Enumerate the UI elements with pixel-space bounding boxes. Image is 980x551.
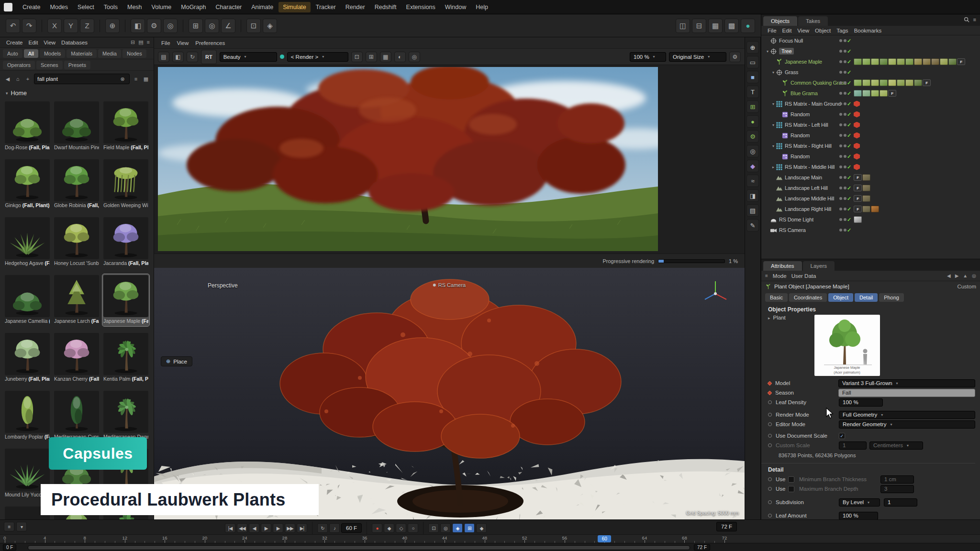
asset-item[interactable]: Mediterranean Cypres... [53,390,100,442]
visibility-dots[interactable] [839,144,846,147]
material-chip[interactable] [905,58,913,65]
asset-item[interactable]: Honey Locust 'Sunbur... [53,216,100,268]
texture-tag-chip[interactable] [871,206,879,212]
custom-scale-unit-select[interactable]: Centimeters ▾ [869,441,923,450]
rt-button[interactable]: RT [201,50,217,64]
subtab-presets[interactable]: Presets [64,61,90,69]
asset-item[interactable]: Hedgehog Agave (Fall,... [4,216,51,268]
material-chip[interactable] [888,58,896,65]
enabled-check-icon[interactable]: ✓ [847,48,851,55]
account-avatar[interactable]: ● [741,19,755,33]
field-tool-icon[interactable]: ◎ [746,145,759,157]
menu-window[interactable]: Window [441,2,470,12]
mograph-cloner-icon[interactable]: ⊞ [746,100,759,113]
filter-models[interactable]: Models [40,49,65,58]
material-chip[interactable] [940,58,948,65]
model-select[interactable]: Variant 3 Full-Grown ▾ [838,379,975,387]
custom-scale-input[interactable]: 1 [839,441,867,450]
settings-gear-icon[interactable]: ⚙ [729,52,741,62]
enabled-check-icon[interactable]: ✓ [847,90,851,97]
menu-modes[interactable]: Modes [46,2,73,12]
history-back-icon[interactable]: ◀ [947,273,951,278]
tab-phong[interactable]: Phong [879,293,904,302]
tag-chips[interactable]: F [854,195,870,202]
object-row[interactable]: Landscape Middle Hill✓F [761,193,980,204]
material-chip[interactable] [914,79,922,86]
material-chip[interactable] [862,90,870,97]
enabled-check-icon[interactable]: ✓ [847,101,851,107]
layout-2-icon[interactable]: ⊟ [692,19,706,33]
mode-menu[interactable]: Mode [773,273,787,279]
tab-basic[interactable]: Basic [765,293,788,302]
refresh-icon[interactable]: ↻ [187,52,198,62]
asset-item[interactable]: Kentia Palm (Fall, Plant) [102,332,149,384]
layout-4-icon[interactable]: ▩ [724,19,739,33]
tag-chips[interactable] [854,132,860,139]
min-branch-input[interactable]: 1 cm [880,475,914,484]
subtab-scenes[interactable]: Scenes [36,61,63,69]
redshift-tag-chip[interactable] [854,101,860,107]
ab-menu-create[interactable]: Create [4,39,25,46]
min-branch-checkbox[interactable] [788,476,794,483]
op-menu-object[interactable]: Object [813,27,833,34]
range-end-label[interactable]: 72 F [694,544,710,551]
home-icon[interactable]: ⌂ [14,76,22,82]
visibility-dots[interactable] [839,208,846,210]
snapshot-icon[interactable]: ▤ [158,52,169,62]
next-key-button[interactable]: ▶▶ [285,523,295,533]
material-chip[interactable] [854,79,862,86]
visibility-dots[interactable] [839,113,846,116]
object-row[interactable]: RS Dome Light✓ [761,214,980,225]
material-chip[interactable] [888,79,896,86]
tag-chips[interactable]: F [854,174,870,181]
texture-tag-chip[interactable] [862,174,870,181]
timeline-menu-icon[interactable]: ≡ [4,522,14,531]
asset-item[interactable]: Ginkgo (Fall, Plant) [4,158,51,210]
enabled-check-icon[interactable]: ✓ [847,206,851,212]
search-input[interactable] [37,76,119,82]
goto-start-button[interactable]: |◀ [225,523,235,533]
tab-coordinates[interactable]: Coordinates [789,293,827,302]
next-frame-button[interactable]: ▶ [273,523,283,533]
range-scrollbar[interactable] [28,545,690,550]
render-settings-icon[interactable]: ⚙ [147,19,161,33]
texture-tag-chip[interactable] [862,195,870,202]
volume-tool-icon[interactable]: ◆ [746,160,759,172]
asset-item[interactable]: Mediterranean Dwarf ... [102,390,149,442]
visibility-dots[interactable] [839,176,846,179]
constraint-button[interactable]: ⊞ [464,523,475,533]
layout-3-icon[interactable]: ▦ [708,19,723,33]
record-position-button[interactable]: ◆ [384,523,394,533]
chevron-right-icon[interactable]: ▸ [768,316,770,320]
range-start-label[interactable]: 0 F [3,544,16,551]
visibility-dots[interactable] [839,50,846,53]
fields-tag-chip[interactable]: F [888,90,896,97]
material-chip[interactable] [854,58,862,65]
object-row[interactable]: Landscape Main✓F [761,172,980,183]
expander-icon[interactable]: ▾ [771,102,776,106]
tab-object[interactable]: Object [828,293,853,302]
object-row[interactable]: ▾Grass✓ [761,67,980,77]
tab-detail[interactable]: Detail [855,293,878,302]
visibility-dots[interactable] [839,187,846,189]
redshift-tag-chip[interactable] [854,154,860,160]
tab-objects[interactable]: Objects [763,16,797,26]
visibility-dots[interactable] [839,60,846,63]
record-button[interactable]: ● [372,523,382,533]
menu-help[interactable]: Help [471,2,492,12]
tag-chips[interactable] [854,101,860,107]
goto-end-button[interactable]: ▶| [297,523,307,533]
isolate-icon[interactable]: ◎ [409,52,420,62]
anim-dot-icon[interactable] [768,434,772,438]
fields-tag-chip[interactable]: F [957,58,965,65]
region-icon[interactable]: ⊡ [351,52,363,62]
asset-item[interactable]: Kanzan Cherry (Fall, Pl... [53,332,100,384]
frame-ruler[interactable]: 0481216202428323640444852566064687260 [0,534,980,543]
parent-up-icon[interactable]: ▲ [963,273,968,278]
tag-chips[interactable] [854,154,860,160]
expander-icon[interactable]: ▾ [771,144,776,148]
enabled-check-icon[interactable]: ✓ [847,196,851,202]
asset-item[interactable]: Lombardy Poplar (Fall,... [4,390,51,442]
material-chip[interactable] [923,58,931,65]
panel-list-icon[interactable]: ▤ [138,39,143,45]
